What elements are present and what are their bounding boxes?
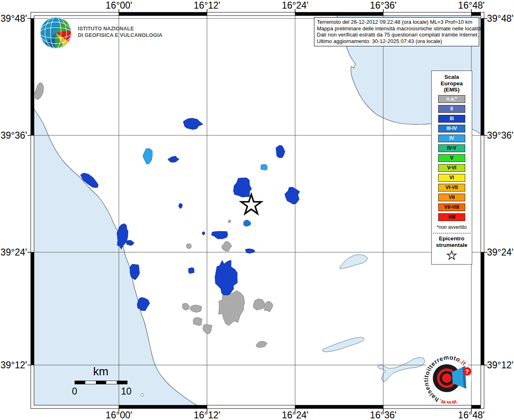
title-line-1: Terremoto del 26-12-2012 09:22:48 (ora l… <box>317 19 476 25</box>
epicenter-star-icon <box>446 250 457 261</box>
locality-patch-III <box>183 118 203 130</box>
locality-patch-III <box>168 156 179 162</box>
legend-chip-VII-VIII: VII-VIII <box>438 203 465 211</box>
locality-patch-na <box>34 82 45 100</box>
ingv-logo: ISTITUTO NAZIONALE DI GEOFISICA E VULCAN… <box>39 16 203 51</box>
lat-label-left-1: 39°36' <box>0 130 27 141</box>
macroseismic-map-page: Terremoto del 26-12-2012 09:22:48 (ora l… <box>0 0 514 420</box>
svg-text:?: ? <box>465 368 469 375</box>
locality-patch-na <box>218 290 244 325</box>
title-box: Terremoto del 26-12-2012 09:22:48 (ora l… <box>314 17 479 46</box>
lake-3 <box>378 357 425 382</box>
locality-patch-IV <box>261 164 267 171</box>
scale-seg <box>106 381 116 384</box>
locality-patch-III <box>285 187 300 204</box>
locality-patch-na <box>190 305 202 313</box>
epicenter-star <box>241 194 261 214</box>
lon-label-top-2: 16°24' <box>271 0 320 11</box>
legend: Scala Europea (EMS) n.a.*IIIIIIII-IVIVIV… <box>431 71 472 265</box>
locality-patch-na <box>228 220 231 223</box>
ingv-name-line-2: DI GEOFISICA E VULCANOLOGIA <box>78 32 162 39</box>
legend-chip-V-VI: V-VI <box>438 164 465 172</box>
lat-label-right-2: 39°24' <box>487 247 514 258</box>
legend-chip-III-IV: III-IV <box>438 125 465 132</box>
lon-label-top-0: 16°00' <box>94 0 143 11</box>
scale-end-label: 10 <box>118 386 134 397</box>
ingv-name-line-1: ISTITUTO NAZIONALE <box>78 25 162 32</box>
locality-patch-III_IV <box>243 220 251 226</box>
locality-patch-na <box>182 303 189 310</box>
legend-footnote: *non avvertito <box>432 224 472 230</box>
lat-label-left-2: 39°24' <box>0 247 27 258</box>
legend-chip-VI: VI <box>438 174 465 182</box>
islet <box>141 394 144 397</box>
legend-epicenter-title-1: Epicentro <box>432 235 472 242</box>
locality-patch-IV <box>143 148 152 164</box>
locality-patch-na <box>186 244 191 249</box>
locality-patch-III <box>276 145 285 158</box>
legend-chip-III: III <box>438 115 465 123</box>
lat-label-right-0: 39°48' <box>487 13 514 24</box>
scale-seg <box>75 381 85 384</box>
legend-entries: n.a.*IIIIIIII-IVIVIV-VVV-VIVIVI-VIIVIIVI… <box>432 95 472 221</box>
locality-patch-III <box>212 231 228 239</box>
scale-seg <box>117 381 127 384</box>
locality-patch-III <box>178 203 182 209</box>
legend-divider <box>433 233 471 233</box>
title-line-3: Dati non verificati estratti da 75 quest… <box>317 32 476 38</box>
legend-epicenter-title-2: strumentale <box>432 242 472 249</box>
title-line-4: Ultimo aggiornamento: 30-12-2025 07:43 (… <box>317 38 476 45</box>
locality-patch-III <box>234 178 252 197</box>
lat-label-right-3: 39°12' <box>487 360 514 371</box>
legend-chip-V: V <box>438 154 465 162</box>
scale-start-label: 0 <box>66 386 83 397</box>
lon-label-bottom-4: 16°48' <box>447 410 496 420</box>
legend-chip-VII: VII <box>438 194 465 201</box>
locality-patch-III <box>215 260 238 295</box>
legend-chip-n-a-: n.a.* <box>438 95 465 103</box>
locality-patch-III <box>137 297 150 310</box>
lat-label-right-1: 39°36' <box>487 130 514 141</box>
lake-1 <box>340 254 368 269</box>
haisentitoilterremoto-logo: haisentitoilterremoto.it www. ? <box>421 353 472 404</box>
legend-chip-VI-VII: VI-VII <box>438 184 465 192</box>
ingv-name: ISTITUTO NAZIONALE DI GEOFISICA E VULCAN… <box>78 25 162 39</box>
lat-label-left-3: 39°12' <box>0 360 27 371</box>
sea-west <box>34 109 202 408</box>
legend-title: Scala Europea (EMS) <box>432 74 472 93</box>
scale-bar <box>75 381 127 384</box>
locality-patch-na <box>193 317 202 326</box>
locality-patch-III <box>202 232 205 235</box>
legend-chip-IV-V: IV-V <box>438 144 465 152</box>
scale-seg <box>85 381 96 384</box>
legend-chip-IV: IV <box>438 135 465 142</box>
locality-patch-III <box>246 249 255 253</box>
lon-label-bottom-1: 16°12' <box>182 410 232 420</box>
ingv-globe-icon <box>39 16 72 49</box>
scale-seg <box>96 381 106 384</box>
lon-label-top-3: 16°36' <box>359 0 408 11</box>
lon-label-bottom-3: 16°36' <box>359 410 408 420</box>
locality-patch-na <box>264 301 273 312</box>
legend-chip-II: II <box>438 105 465 113</box>
lake-2 <box>323 337 364 352</box>
locality-patch-na <box>222 241 232 251</box>
locality-patch-III <box>189 268 194 274</box>
locality-patch-na <box>203 324 212 333</box>
lat-label-left-0: 39°48' <box>0 13 27 24</box>
lon-label-top-4: 16°48' <box>447 0 496 11</box>
legend-chip-VIII: VIII <box>438 213 465 221</box>
locality-patch-III <box>126 240 134 246</box>
title-line-2: Mappa preliminare delle intensità macros… <box>317 25 476 32</box>
scale-unit-label: km <box>84 365 117 378</box>
lon-label-bottom-0: 16°00' <box>94 410 143 420</box>
locality-patch-na <box>255 340 268 349</box>
lon-label-top-1: 16°12' <box>182 0 232 11</box>
lon-label-bottom-2: 16°24' <box>271 410 320 420</box>
